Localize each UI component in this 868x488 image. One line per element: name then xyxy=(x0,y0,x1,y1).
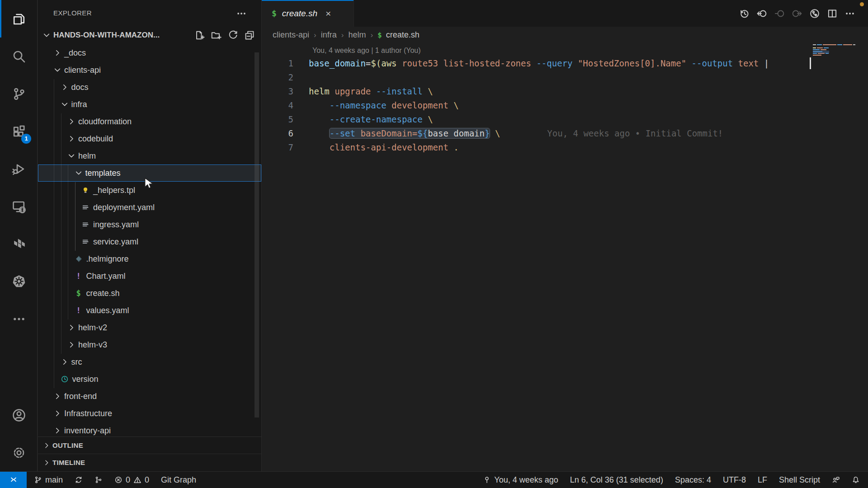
panel-more-actions-icon[interactable] xyxy=(236,8,247,19)
section-timeline[interactable]: TIMELINE xyxy=(38,454,261,471)
section-label: TIMELINE xyxy=(52,459,85,466)
activity-bar-item-remote-explorer[interactable] xyxy=(0,188,38,225)
code-token: upgrade xyxy=(330,86,376,96)
tree-item-label: templates xyxy=(85,169,121,178)
tree-item-helm[interactable]: helm xyxy=(38,147,261,164)
status-problems[interactable]: 00 xyxy=(114,475,149,485)
open-previous-change-button[interactable] xyxy=(774,8,785,19)
minimap-token xyxy=(813,47,816,48)
status-eol[interactable]: LF xyxy=(758,475,767,485)
tree-item--docs[interactable]: _docs xyxy=(38,44,261,61)
more-actions-button[interactable] xyxy=(844,8,855,19)
tree-item-values-yaml[interactable]: !values.yaml xyxy=(38,302,261,319)
status-label: You, 4 weeks ago xyxy=(494,475,558,485)
tree-item-create-sh[interactable]: $create.sh xyxy=(38,285,261,302)
section-outline[interactable]: OUTLINE xyxy=(38,436,261,454)
activity-bar-item-search[interactable] xyxy=(0,38,38,75)
breadcrumb-item-helm[interactable]: helm xyxy=(348,30,366,40)
breadcrumb-item-create-sh[interactable]: create.sh xyxy=(386,30,420,40)
text-selection: --set baseDomain=${base_domain} xyxy=(330,128,490,138)
tree-item-codebuild[interactable]: codebuild xyxy=(38,130,261,147)
git-graph-view-button[interactable] xyxy=(809,8,820,19)
status-indentation[interactable]: Spaces: 4 xyxy=(675,475,711,485)
status-warning-count: 0 xyxy=(145,475,149,485)
gitlens-authors-codelens[interactable]: You, 4 weeks ago | 1 author (You) xyxy=(262,43,868,56)
code-line-2[interactable]: 2 xyxy=(262,70,868,84)
tab-close-icon[interactable]: × xyxy=(326,9,331,18)
status-cursor-position[interactable]: Ln 6, Col 36 (31 selected) xyxy=(570,475,663,485)
code-line-7[interactable]: 7 clients-api-development . xyxy=(262,141,868,155)
breadcrumb-item-infra[interactable]: infra xyxy=(321,30,337,40)
tree-item-service-yaml[interactable]: service.yaml xyxy=(38,233,261,250)
status-feedback[interactable] xyxy=(832,476,840,484)
diamond-file-icon xyxy=(74,254,83,263)
open-next-change-button[interactable] xyxy=(792,8,802,19)
remote-explorer-icon xyxy=(12,199,26,214)
code-text: helm upgrade --install \ xyxy=(293,84,433,99)
warning-icon xyxy=(133,476,142,484)
tree-item-src[interactable]: src xyxy=(38,353,261,371)
chevron-down-icon xyxy=(67,151,76,160)
code-text: --create-namespace \ xyxy=(293,113,433,127)
activity-bar-item-additional-views[interactable] xyxy=(0,300,38,338)
code-editor[interactable]: You, 4 weeks ago | 1 author (You) 1base_… xyxy=(262,43,868,471)
workspace-folder-header[interactable]: HANDS-ON-WITH-AMAZON... xyxy=(38,26,261,44)
status-branch[interactable]: main xyxy=(34,475,63,485)
tree-item-docs[interactable]: docs xyxy=(38,79,261,96)
gear-icon xyxy=(12,446,26,460)
tree-item-label: cloudformation xyxy=(78,117,132,127)
tree-item-templates[interactable]: templates xyxy=(38,164,261,182)
new-folder-button[interactable] xyxy=(211,30,222,41)
activity-bar-item-source-control[interactable] xyxy=(0,75,38,113)
status-git-graph[interactable]: Git Graph xyxy=(161,475,196,485)
tree-item-helm-v3[interactable]: helm-v3 xyxy=(38,336,261,353)
refresh-explorer-button[interactable] xyxy=(227,30,238,41)
line-number: 7 xyxy=(262,141,293,155)
new-file-button[interactable] xyxy=(194,30,205,41)
file-history-button[interactable] xyxy=(739,8,750,19)
status-blame[interactable]: You, 4 weeks ago xyxy=(483,475,558,485)
tree-item-infrastructure[interactable]: Infrastructure xyxy=(38,405,261,422)
activity-bar-item-terraform[interactable] xyxy=(0,225,38,263)
lightbulb-file-icon xyxy=(81,186,90,195)
code-line-5[interactable]: 5 --create-namespace \ xyxy=(262,113,868,127)
tree-item-deployment-yaml[interactable]: deployment.yaml xyxy=(38,199,261,216)
tree-item-cloudformation[interactable]: cloudformation xyxy=(38,113,261,130)
status-language-mode[interactable]: Shell Script xyxy=(779,475,820,485)
previous-change-button[interactable] xyxy=(756,8,767,19)
tree-item-helm-v2[interactable]: helm-v2 xyxy=(38,319,261,336)
code-text: clients-api-development . xyxy=(293,141,459,155)
tab-create-sh[interactable]: $ create.sh × xyxy=(262,0,354,27)
code-line-4[interactable]: 4 --namespace development \ xyxy=(262,99,868,113)
tree-item-infra[interactable]: infra xyxy=(38,96,261,113)
chevron-right-icon xyxy=(42,441,51,450)
activity-bar-item-kubernetes[interactable] xyxy=(0,263,38,300)
tree-item--helpers-tpl[interactable]: _helpers.tpl xyxy=(38,182,261,199)
code-line-6[interactable]: 6 --set baseDomain=${base_domain} \You, … xyxy=(262,127,868,141)
status-encoding[interactable]: UTF-8 xyxy=(723,475,746,485)
activity-bar-item-accounts[interactable] xyxy=(0,396,38,434)
status-commit-graph[interactable] xyxy=(94,476,103,484)
tree-item--helmignore[interactable]: .helmignore xyxy=(38,250,261,267)
tree-item-front-end[interactable]: front-end xyxy=(38,388,261,405)
status-sync[interactable] xyxy=(75,476,83,484)
split-editor-button[interactable] xyxy=(827,8,838,19)
code-line-1[interactable]: 1base_domain=$(aws route53 list-hosted-z… xyxy=(262,56,868,70)
activity-bar-item-settings[interactable] xyxy=(0,434,38,471)
status-notifications[interactable] xyxy=(852,476,860,484)
tree-item-clients-api[interactable]: clients-api xyxy=(38,61,261,79)
activity-bar-item-explorer[interactable] xyxy=(0,0,38,38)
tree-item-version[interactable]: version xyxy=(38,371,261,388)
collapse-folders-button[interactable] xyxy=(244,30,255,41)
breadcrumb-item-clients-api[interactable]: clients-api xyxy=(273,30,309,40)
status-label: LF xyxy=(758,475,767,485)
remote-indicator[interactable] xyxy=(0,472,27,488)
sidebar-scrollbar[interactable] xyxy=(255,52,259,418)
tree-item-chart-yaml[interactable]: !Chart.yaml xyxy=(38,267,261,285)
tree-item-ingress-yaml[interactable]: ingress.yaml xyxy=(38,216,261,233)
line-number: 1 xyxy=(262,56,293,70)
code-line-3[interactable]: 3helm upgrade --install \ xyxy=(262,84,868,99)
activity-bar-item-extensions[interactable]: 1 xyxy=(0,113,38,150)
activity-bar-item-run-and-debug[interactable] xyxy=(0,150,38,188)
chevron-down-icon xyxy=(60,100,69,109)
